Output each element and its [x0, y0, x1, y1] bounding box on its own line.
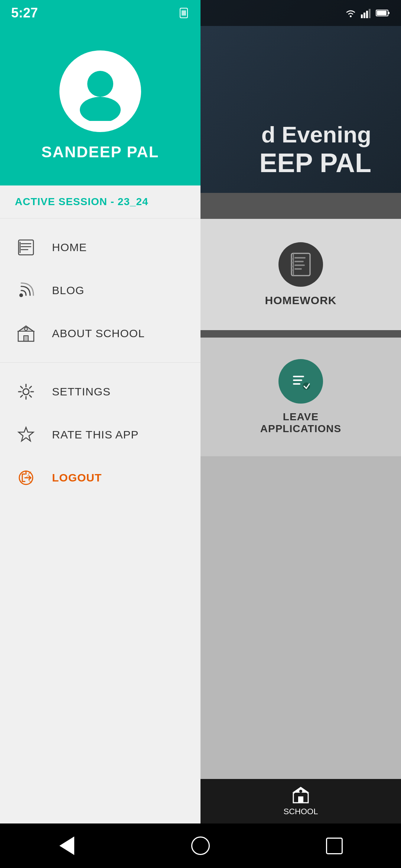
- blog-label: BLOG: [52, 284, 84, 297]
- session-bar: ACTIVE SESSION - 23_24: [0, 185, 200, 218]
- svg-rect-25: [363, 13, 365, 18]
- school-label: SCHOOL: [284, 807, 318, 816]
- svg-rect-24: [361, 14, 363, 18]
- svg-point-20: [299, 790, 302, 793]
- gear-icon: [17, 382, 35, 401]
- bg-leave-cell: LEAVEAPPLICATIONS: [200, 338, 401, 456]
- bg-homework-cell: HOMEWORK: [200, 219, 401, 330]
- drawer: SANDEEP PAL ACTIVE SESSION - 23_24 HOME: [0, 0, 200, 868]
- home-menu-icon: [15, 236, 37, 259]
- svg-rect-22: [182, 10, 186, 16]
- avatar-svg: [71, 62, 130, 121]
- rate-app-menu-icon: [15, 424, 37, 446]
- svg-rect-12: [293, 379, 302, 381]
- homework-icon-bg: [278, 242, 323, 287]
- svg-point-9: [291, 269, 293, 271]
- menu-item-settings[interactable]: SETTINGS: [0, 370, 200, 413]
- svg-rect-30: [377, 11, 387, 15]
- wifi-icon: [344, 8, 357, 18]
- home-label: HOME: [52, 241, 87, 254]
- status-bar-left: 5:27: [0, 0, 200, 26]
- about-school-menu-icon: [15, 322, 37, 345]
- svg-point-39: [19, 293, 23, 297]
- sim-icon: [178, 7, 189, 19]
- svg-rect-34: [19, 240, 33, 255]
- android-nav-bar: [0, 823, 401, 868]
- svg-rect-41: [23, 335, 29, 341]
- leave-icon-bg: [278, 359, 323, 404]
- svg-rect-11: [293, 376, 304, 377]
- logout-label: LOGOUT: [52, 471, 102, 484]
- home-icon: [191, 836, 210, 855]
- rss-icon: [17, 281, 35, 300]
- settings-label: SETTINGS: [52, 385, 111, 398]
- svg-point-6: [291, 258, 293, 260]
- svg-rect-29: [388, 12, 389, 14]
- drawer-header: SANDEEP PAL: [0, 0, 200, 185]
- menu-item-rate-app[interactable]: RATE THIS APP: [0, 413, 200, 456]
- svg-point-45: [23, 389, 29, 395]
- status-time: 5:27: [11, 5, 38, 21]
- menu-item-about-school[interactable]: ABOUT SCHOOL: [0, 312, 200, 355]
- menu-group-1: HOME BLOG: [0, 218, 200, 363]
- user-name: SANDEEP PAL: [42, 143, 159, 161]
- homework-label: HOMEWORK: [265, 294, 337, 307]
- svg-point-32: [80, 97, 121, 121]
- bg-filler: [200, 456, 401, 779]
- svg-rect-4: [294, 264, 305, 266]
- svg-rect-18: [298, 796, 303, 803]
- leave-label: LEAVEAPPLICATIONS: [260, 411, 341, 435]
- nav-home-button[interactable]: [189, 835, 212, 857]
- status-bar-right: [200, 0, 401, 26]
- logout-icon: [17, 468, 35, 487]
- signal-icon: [361, 8, 372, 18]
- avatar: [59, 50, 141, 132]
- svg-point-23: [350, 16, 352, 17]
- rate-app-label: RATE THIS APP: [52, 428, 139, 441]
- bg-bottom-bar: SCHOOL: [200, 779, 401, 823]
- star-icon: [17, 425, 35, 444]
- back-icon: [59, 836, 74, 855]
- nav-back-button[interactable]: [56, 835, 78, 857]
- menu-item-logout[interactable]: LOGOUT: [0, 456, 200, 499]
- about-school-label: ABOUT SCHOOL: [52, 327, 145, 340]
- settings-menu-icon: [15, 381, 37, 403]
- menu-item-home[interactable]: HOME: [0, 226, 200, 269]
- battery-icon: [376, 9, 390, 17]
- svg-rect-13: [293, 383, 300, 385]
- svg-point-7: [291, 262, 293, 263]
- svg-point-33: [88, 72, 113, 96]
- svg-rect-26: [366, 11, 368, 18]
- bg-greeting: d Evening: [261, 121, 371, 148]
- svg-rect-2: [294, 257, 306, 259]
- status-icons-left: [178, 7, 189, 19]
- status-icons-right: [344, 8, 390, 18]
- bg-greeting2: EEP PAL: [260, 148, 371, 178]
- svg-point-8: [291, 266, 293, 267]
- svg-rect-5: [294, 268, 302, 270]
- session-text: ACTIVE SESSION - 23_24: [15, 196, 149, 207]
- menu-item-blog[interactable]: BLOG: [0, 269, 200, 312]
- school-bottom-icon: SCHOOL: [284, 786, 318, 816]
- svg-rect-3: [294, 261, 304, 262]
- recents-icon: [326, 838, 343, 854]
- logout-menu-icon: [15, 467, 37, 489]
- svg-rect-27: [369, 9, 371, 18]
- school-icon: [17, 324, 35, 343]
- menu-group-2: SETTINGS RATE THIS APP: [0, 363, 200, 834]
- nav-recents-button[interactable]: [323, 835, 345, 857]
- list-icon: [17, 238, 35, 257]
- blog-menu-icon: [15, 279, 37, 302]
- svg-marker-46: [19, 427, 33, 441]
